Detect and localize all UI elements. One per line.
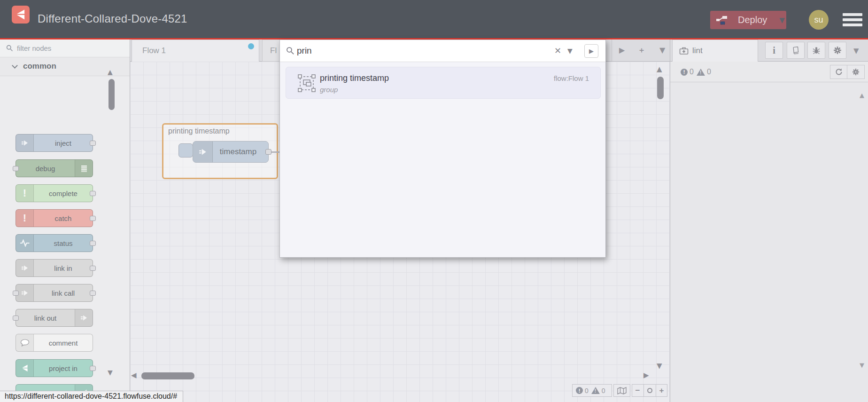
add-flow-icon[interactable]: ＋	[638, 46, 645, 55]
bug-icon	[812, 46, 821, 55]
canvas-scroll-up-icon[interactable]: ▲	[657, 65, 662, 73]
lint-error-icon: !	[681, 69, 688, 76]
inject-icon	[198, 148, 208, 156]
group-label: printing timestamp	[168, 127, 230, 135]
tabbar-separator	[612, 39, 612, 61]
output-port	[90, 216, 96, 221]
palette-node-inject[interactable]: inject	[16, 134, 93, 152]
palette-scroll-down-icon[interactable]: ▼	[108, 369, 113, 376]
lint-refresh-button[interactable]	[830, 65, 847, 79]
search-result-flow: flow:Flow 1	[554, 74, 589, 82]
search-history-caret-icon[interactable]: ▼	[567, 47, 573, 55]
canvas-scroll-down-icon[interactable]: ▼	[657, 362, 662, 370]
info-icon: i	[773, 45, 775, 56]
warning-icon: !	[591, 387, 600, 394]
sidebar-debug-button[interactable]	[807, 42, 825, 59]
browser-status-url: https://different-collared-dove-4521.flo…	[0, 391, 183, 402]
output-port	[90, 366, 96, 371]
search-options-button[interactable]: ▶	[584, 44, 598, 58]
palette-scroll-up-icon[interactable]: ▲	[108, 68, 113, 76]
navigator-button[interactable]	[613, 384, 630, 397]
instance-title: Different-Collared-Dove-4521	[38, 12, 187, 25]
search-results: printing timestamp flow:Flow 1 group	[280, 62, 605, 257]
zoom-out-label: −	[636, 386, 640, 395]
palette-node-label: link call	[34, 284, 93, 301]
gear-icon	[852, 68, 860, 76]
sidebar-info-button[interactable]: i	[765, 42, 783, 59]
sidebar-help-button[interactable]	[787, 42, 805, 59]
sidebar-tab-lint-label: lint	[692, 46, 703, 55]
search-input[interactable]	[297, 40, 550, 62]
canvas-scroll-left-icon[interactable]: ◀	[131, 371, 137, 379]
group-icon	[297, 74, 316, 93]
map-icon	[617, 387, 627, 394]
palette-node-status[interactable]: status	[16, 234, 93, 252]
pulse-icon	[16, 235, 34, 252]
tab-flow-1-label: Flow 1	[142, 46, 166, 55]
lint-toolbar: ! 0 ! 0	[670, 62, 868, 82]
tab-flow-1[interactable]: Flow 1	[132, 39, 259, 62]
palette-node-debug[interactable]: debug	[16, 159, 93, 177]
palette-node-link-out[interactable]: link out	[16, 309, 93, 327]
output-port	[90, 241, 96, 246]
zoom-reset-button[interactable]	[643, 385, 656, 396]
input-port	[13, 291, 19, 296]
deploy-icon	[716, 15, 728, 25]
flowfuse-logo-icon[interactable]	[12, 6, 30, 24]
canvas-scroll-right-icon[interactable]: ▶	[643, 371, 649, 379]
user-avatar[interactable]: su	[809, 10, 829, 30]
canvas-warning-count: 0	[602, 387, 605, 394]
sidebar-settings-button[interactable]	[829, 42, 846, 59]
chevron-down-icon	[12, 63, 18, 69]
palette-node-link-call[interactable]: link call	[16, 284, 93, 302]
palette-node-link-in[interactable]: link in	[16, 259, 93, 277]
palette-filter	[0, 39, 130, 57]
search-result-item[interactable]: printing timestamp flow:Flow 1 group	[286, 67, 601, 99]
canvas-hscrollbar-thumb[interactable]	[141, 372, 194, 379]
palette-node-comment[interactable]: comment	[16, 334, 93, 352]
palette-node-label: comment	[34, 334, 93, 351]
lint-scroll-down-icon[interactable]: ▼	[860, 362, 864, 369]
lint-settings-button[interactable]	[847, 65, 865, 79]
palette-node-label: inject	[34, 134, 93, 151]
canvas-issues-box[interactable]: ! 0 ! 0	[572, 384, 612, 397]
refresh-icon	[835, 68, 843, 76]
search-icon	[286, 47, 294, 55]
book-icon	[791, 46, 800, 55]
output-port	[90, 141, 96, 146]
palette-node-catch[interactable]: !catch	[16, 209, 93, 227]
canvas-error-count: 0	[585, 387, 589, 394]
zoom-in-button[interactable]: +	[656, 385, 667, 396]
output-port	[90, 291, 96, 296]
zoom-controls: − +	[632, 384, 668, 397]
search-clear-icon[interactable]: ✕	[554, 46, 561, 56]
inject-node-output-port[interactable]	[265, 149, 271, 155]
medkit-icon	[679, 47, 689, 55]
unsaved-changes-dot	[248, 43, 254, 49]
lint-scroll-up-icon[interactable]: ▲	[860, 92, 864, 99]
palette-node-complete[interactable]: !complete	[16, 184, 93, 202]
inject-node-button[interactable]	[178, 143, 193, 158]
gear-icon	[833, 46, 842, 55]
palette-filter-input[interactable]	[0, 39, 130, 57]
search-result-type: group	[320, 86, 338, 94]
lint-warning-icon: !	[697, 69, 705, 76]
deploy-button[interactable]: Deploy ▼	[710, 11, 786, 29]
palette-node-project-in[interactable]: project in	[16, 359, 93, 377]
input-port	[13, 166, 19, 171]
zoom-out-button[interactable]: −	[632, 385, 643, 396]
tab-scroll-right-icon[interactable]: ▶	[619, 46, 625, 55]
palette-scrollbar-thumb[interactable]	[108, 79, 115, 110]
sidebar-tab-lint[interactable]: lint	[672, 39, 758, 62]
arrow-icon	[16, 134, 34, 151]
search-result-title: printing timestamp	[320, 73, 389, 83]
search-input-row: ✕ ▼ ▶	[280, 40, 605, 62]
main-menu-icon[interactable]	[843, 13, 862, 26]
output-port	[90, 266, 96, 271]
inject-node-timestamp[interactable]: timestamp	[193, 141, 269, 163]
flow-list-caret-icon[interactable]: ▼	[659, 46, 665, 55]
deploy-options-caret-icon[interactable]: ▼	[779, 16, 785, 24]
search-dialog: ✕ ▼ ▶ printing timestamp flow:Flow 1 gro…	[279, 39, 606, 258]
sidebar-tabs-caret-icon[interactable]: ▼	[853, 47, 859, 55]
canvas-vscrollbar-thumb[interactable]	[657, 77, 664, 99]
